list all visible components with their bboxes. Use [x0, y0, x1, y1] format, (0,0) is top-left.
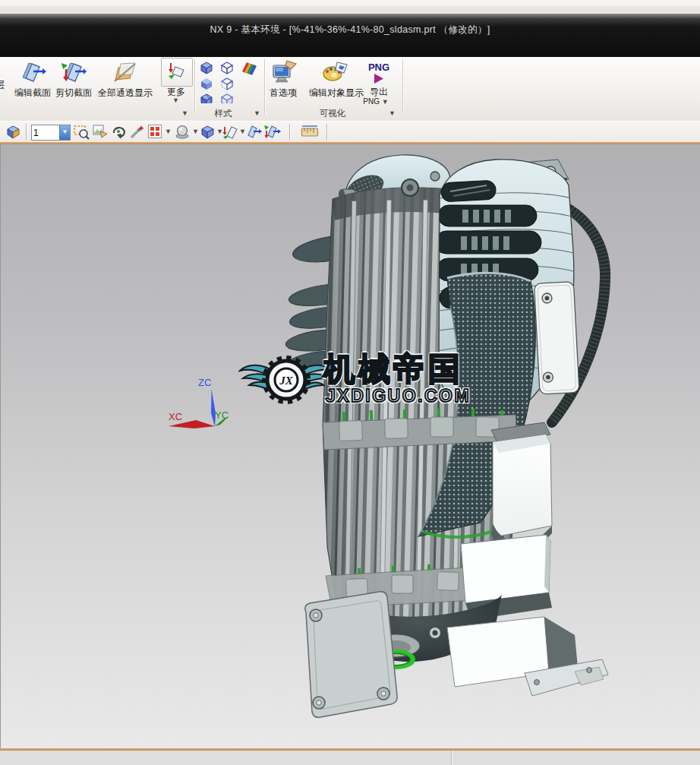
- junction-box-middle: [461, 535, 552, 620]
- show-hide-cube-icon[interactable]: [5, 124, 21, 140]
- louver-slot: [435, 231, 541, 254]
- section-group-arrow[interactable]: ▼: [181, 109, 188, 117]
- group-separator: [194, 59, 195, 114]
- status-bar-divider: [452, 751, 452, 765]
- layer-input[interactable]: [32, 125, 59, 140]
- style-faceted-icon: [201, 94, 212, 103]
- plate-screw: [313, 697, 325, 709]
- junction-box-upper: [491, 422, 552, 550]
- style-shaded-edges-icon: [201, 62, 212, 74]
- style-wireframe-icon: [222, 62, 232, 74]
- edit-display-brush-icon[interactable]: [129, 124, 145, 140]
- show-through-all-icon[interactable]: [112, 60, 138, 84]
- window-title: NX 9 - 基本环境 - [%-41%-36%-41%-80_sldasm.p…: [210, 24, 490, 36]
- edit-section-small-icon[interactable]: [245, 124, 262, 140]
- ribbon: 层 编辑截面 剪切截面 全部通透显示: [0, 57, 700, 122]
- junction-box-bottom: [447, 617, 608, 696]
- more-icon: [168, 61, 186, 81]
- clip-section-button[interactable]: 剪切截面: [49, 87, 99, 100]
- view-toolbar: ▼ ▼: [0, 121, 700, 143]
- plate-screw: [310, 609, 322, 621]
- grid-dropdown-arrow[interactable]: ▼: [165, 128, 172, 135]
- base-plate: [305, 592, 397, 718]
- render-style-dropdown-arrow[interactable]: ▼: [192, 128, 199, 135]
- style-hidden-edges-icon: [222, 78, 232, 90]
- clip-plane-icon[interactable]: [222, 124, 238, 140]
- export-png-arrow-icon: [373, 73, 385, 84]
- rotate-view-icon[interactable]: [111, 124, 127, 140]
- louver-slot: [438, 205, 537, 226]
- style-group-arrow[interactable]: ▼: [254, 109, 260, 117]
- louver-slot: [440, 180, 496, 202]
- export-png-dropdown: ▼: [382, 98, 389, 106]
- clip-section-icon[interactable]: [61, 60, 87, 86]
- edit-object-display-icon[interactable]: [322, 59, 349, 87]
- preferences-icon[interactable]: [270, 59, 298, 87]
- logo-monogram: JX: [279, 375, 294, 387]
- style-studio-icon: [242, 62, 257, 75]
- visualization-group-label: 可视化: [304, 108, 361, 119]
- grid-display-icon[interactable]: [147, 124, 163, 140]
- visualization-group-arrow[interactable]: ▼: [389, 109, 396, 117]
- viewport-3d[interactable]: ZC XC YC JX: [0, 144, 700, 748]
- style-wireframe-dim-icon: [222, 94, 232, 103]
- gear-icon: JX: [265, 359, 307, 401]
- group-separator-3: [402, 59, 403, 114]
- render-style-group-icons[interactable]: [200, 61, 257, 103]
- pan-view-icon[interactable]: [92, 124, 108, 140]
- watermark: JX 机械帝国 JXDIGUO.COM: [238, 345, 497, 428]
- show-through-all-button[interactable]: 全部通透显示: [96, 87, 155, 100]
- nx-application-window: NX 9 - 基本环境 - [%-41%-36%-41%-80_sldasm.p…: [0, 0, 700, 765]
- edit-section-icon[interactable]: [20, 60, 46, 86]
- cad-model[interactable]: [1, 144, 700, 748]
- zoom-region-icon[interactable]: [74, 124, 90, 140]
- style-group-label: 样式: [200, 108, 246, 119]
- measure-ruler-icon[interactable]: [301, 124, 319, 140]
- edit-object-display-button[interactable]: 编辑对象显示: [307, 87, 366, 100]
- triad-z-label: ZC: [198, 377, 211, 388]
- watermark-subtitle: JXDIGUO.COM: [326, 386, 471, 406]
- wcs-triad: ZC XC YC: [156, 369, 240, 435]
- window-top-strip: [0, 0, 700, 6]
- mounting-bracket-plate: [534, 282, 579, 395]
- triad-z-axis: [211, 389, 216, 427]
- export-png-sub[interactable]: PNG ▼: [360, 97, 392, 106]
- layer-dropdown-button[interactable]: ▼: [59, 125, 70, 140]
- triad-x-label: XC: [169, 411, 182, 422]
- layer-combobox[interactable]: ▼: [31, 125, 71, 141]
- clip-section-small-icon[interactable]: [263, 124, 281, 140]
- clipped-left-label: 层: [0, 78, 5, 92]
- plate-screw: [377, 688, 389, 700]
- status-bar: [0, 751, 700, 765]
- preferences-button[interactable]: 首选项: [264, 87, 302, 100]
- style-shaded-icon: [201, 78, 212, 90]
- png-word[interactable]: PNG: [363, 62, 395, 73]
- render-style-icon[interactable]: [175, 124, 191, 140]
- display-mode-cube-icon[interactable]: [200, 124, 216, 140]
- watermark-title: 机械帝国: [323, 348, 463, 390]
- window-titlebar[interactable]: NX 9 - 基本环境 - [%-41%-36%-41%-80_sldasm.p…: [0, 14, 700, 57]
- triad-y-label: YC: [215, 409, 229, 421]
- more-dropdown-arrow[interactable]: ▼: [172, 96, 179, 104]
